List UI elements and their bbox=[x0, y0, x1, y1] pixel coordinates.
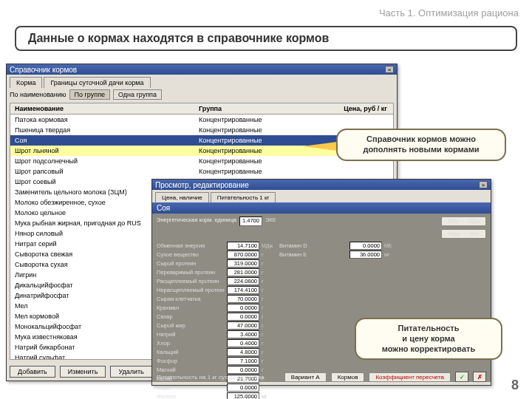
nutrient-input[interactable]: 319.0000 bbox=[227, 259, 259, 267]
arrow-icon bbox=[303, 142, 337, 151]
table-row[interactable]: Пшеница твердаяКонцентрированные bbox=[10, 125, 393, 135]
nutrient-input[interactable]: 0.4000 bbox=[227, 339, 259, 347]
nutrient-input[interactable]: 0.0000 bbox=[227, 304, 259, 312]
cancel-icon[interactable]: ✗ bbox=[473, 372, 486, 382]
close-icon[interactable]: × bbox=[479, 181, 488, 188]
sort-one-group[interactable]: Одна группа bbox=[113, 89, 162, 100]
callout-line-1: Питательность bbox=[365, 324, 492, 334]
table-row[interactable]: Патока кормоваяКонцентрированные bbox=[10, 115, 393, 125]
callout-edit-nutrition: Питательность и цену корма можно коррект… bbox=[355, 318, 502, 360]
nutrient-input[interactable]: 47.0000 bbox=[227, 321, 259, 330]
main-tabs: Корма Границы суточной дачи корма bbox=[7, 75, 397, 88]
callout-add-feed: Справочник кормов можно дополнять новыми… bbox=[336, 129, 506, 161]
nutrient-row: Сухое вещество870.0000г bbox=[157, 250, 275, 259]
nutrient-input[interactable]: 4.8000 bbox=[227, 348, 259, 356]
energy-label: Энергетическая корм. единица bbox=[157, 216, 236, 226]
detail-titlebar: Просмотр, редактирование × bbox=[152, 180, 491, 190]
nutrient-row: Витамин D0.0000ME bbox=[279, 242, 398, 250]
nutrient-input[interactable]: 281.0000 bbox=[227, 268, 259, 276]
nutrient-input[interactable]: 174.4100 bbox=[227, 286, 259, 294]
nutrient-input[interactable]: 0.0000 bbox=[227, 383, 259, 392]
energy-value[interactable]: 1.4700 bbox=[239, 216, 262, 226]
close-icon[interactable]: × bbox=[385, 66, 394, 73]
nutrient-row: Сырой протеин319.0000г bbox=[157, 259, 275, 267]
nutrient-row: Крахмал0.0000г bbox=[157, 304, 275, 312]
tab-price[interactable]: Цена, наличие bbox=[155, 192, 209, 202]
variant-a-button[interactable]: Вариант А bbox=[284, 372, 327, 382]
nutrient-input[interactable]: 70.0000 bbox=[227, 295, 259, 303]
nutrient-row: Расщепляемый протеин224.0800г bbox=[157, 277, 275, 285]
detail-tabs: Цена, наличие Питательность 1 кг bbox=[152, 190, 491, 202]
tab-nutrition[interactable]: Питательность 1 кг bbox=[211, 192, 276, 202]
slide-section-header: Часть 1. Оптимизация рациона bbox=[0, 0, 532, 23]
nutrient-input[interactable]: 0.0000 bbox=[227, 313, 259, 321]
col-name-header[interactable]: Наименование bbox=[10, 105, 199, 112]
table-row[interactable]: Шрот подсолнечныйКонцентрированные bbox=[10, 156, 393, 166]
recalc-button[interactable]: Коэффициент пересчета bbox=[369, 372, 451, 382]
add-button[interactable]: Добавить bbox=[10, 366, 55, 378]
callout-line-3: можно корректировать bbox=[365, 344, 492, 355]
energy-unit: ЭКЕ bbox=[265, 216, 276, 226]
bottom-label: Питательность на 1 кг сухого вещества bbox=[157, 374, 265, 381]
nutrient-row: Переваримый протеин281.0000г bbox=[157, 268, 275, 276]
feeds-button[interactable]: Кормов bbox=[331, 372, 365, 382]
detail-feed-name: Соя bbox=[152, 202, 491, 214]
nutrient-row: Сахар0.0000г bbox=[157, 313, 275, 321]
grid-header: Наименование Группа Цена, руб / кг bbox=[10, 103, 394, 115]
tab-feeds[interactable]: Корма bbox=[10, 77, 42, 88]
nutrient-row: Витамин E36.0000мг bbox=[279, 250, 398, 259]
callout-line-2: и цену корма bbox=[365, 334, 492, 344]
tab-limits[interactable]: Границы суточной дачи корма bbox=[44, 77, 150, 88]
nutrient-input[interactable]: 0.0000 bbox=[349, 242, 382, 250]
conv-eke-mdj[interactable]: ЭКЕ → МДж bbox=[441, 216, 486, 226]
nutrient-row: Железо125.0000мг bbox=[157, 392, 275, 399]
window-title: Справочник кормов bbox=[10, 66, 77, 74]
nutrient-row: Натрий3.4000г bbox=[157, 330, 275, 338]
nutrient-row: Обменная энергия14.7100МДж bbox=[157, 242, 275, 250]
sort-by-group[interactable]: По группе bbox=[69, 89, 110, 100]
nutrient-input[interactable]: 7.1000 bbox=[227, 357, 259, 365]
nutrient-row: Сырой жир47.0000г bbox=[157, 321, 275, 330]
edit-button[interactable]: Изменить bbox=[60, 366, 106, 378]
page-number: 8 bbox=[511, 378, 519, 393]
nutrient-input[interactable]: 36.0000 bbox=[349, 250, 382, 259]
col-group-header[interactable]: Группа bbox=[199, 105, 302, 112]
nutrient-input[interactable]: 14.7100 bbox=[227, 242, 259, 250]
detail-window-title: Просмотр, редактирование bbox=[155, 181, 249, 189]
nutrient-input[interactable]: 224.0800 bbox=[227, 277, 259, 285]
nutrient-row: Фосфор7.1000г bbox=[157, 357, 275, 365]
window-titlebar: Справочник кормов × bbox=[7, 64, 397, 75]
nutrient-row: Нерасщепляемый протеин174.4100г bbox=[157, 286, 275, 294]
col-price-header[interactable]: Цена, руб / кг bbox=[302, 105, 393, 112]
nutrient-input[interactable]: 870.0000 bbox=[227, 250, 259, 259]
delete-button[interactable]: Удалить bbox=[110, 366, 151, 378]
slide-title: Данные о кормах находятся в справочнике … bbox=[15, 26, 517, 51]
nutrient-row: Кальций4.8000г bbox=[157, 348, 275, 356]
nutrient-row: Сырая клетчатка70.0000г bbox=[157, 295, 275, 303]
ok-icon[interactable]: ✓ bbox=[455, 372, 468, 382]
sort-label: По наименованию bbox=[10, 91, 66, 98]
detail-button-bar: Питательность на 1 кг сухого вещества Ва… bbox=[157, 372, 486, 382]
nutrient-input[interactable]: 125.0000 bbox=[227, 392, 259, 399]
conv-mdj-eke[interactable]: МДж → ЭКЕ bbox=[441, 229, 486, 239]
nutrient-row: Сера0.0000г bbox=[157, 383, 275, 392]
sort-bar: По наименованию По группе Одна группа bbox=[7, 88, 397, 101]
nutrient-input[interactable]: 3.4000 bbox=[227, 330, 259, 338]
table-row[interactable]: Шрот рапсовыйКонцентрированные bbox=[10, 166, 393, 177]
nutrient-row: Хлор0.4000г bbox=[157, 339, 275, 347]
